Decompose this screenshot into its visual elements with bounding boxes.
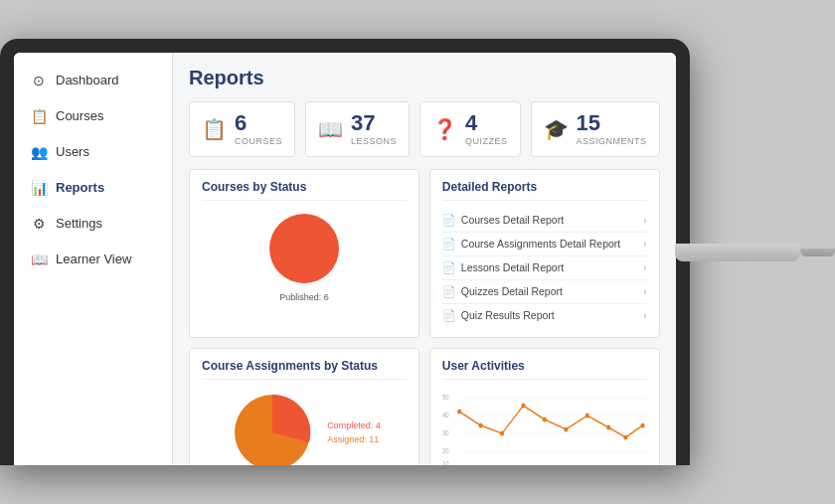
report-item-text-quizzes-detail: 📄Quizzes Detail Report: [442, 285, 563, 298]
published-label: Published: 6: [279, 292, 329, 302]
lessons-stat-icon: 📖: [318, 117, 343, 141]
sidebar-item-reports[interactable]: 📊Reports: [14, 170, 172, 206]
lessons-stat-info: 37 LESSONS: [351, 112, 397, 146]
stats-row: 📋 6 COURSES 📖 37 LESSONS ❓ 4 QUIZZES 🎓 1…: [189, 101, 660, 157]
top-panels: Courses by Status Published: 6 Detailed …: [189, 169, 660, 338]
reports-icon: 📊: [30, 179, 48, 197]
stat-card-lessons: 📖 37 LESSONS: [305, 101, 410, 157]
svg-point-17: [564, 426, 568, 431]
chevron-icon: ›: [643, 239, 646, 250]
svg-text:40: 40: [442, 411, 449, 419]
dashboard-icon: ⊙: [30, 72, 48, 89]
assignments-labels: Completed: 4 Assigned: 11: [327, 420, 381, 444]
courses-by-status-panel: Courses by Status Published: 6: [189, 169, 419, 338]
sidebar-label-reports: Reports: [56, 180, 104, 195]
activities-chart: 50 40 30 20 10: [442, 388, 647, 466]
courses-by-status-title: Courses by Status: [202, 180, 407, 201]
courses-status-pie: [264, 209, 344, 288]
sidebar-item-settings[interactable]: ⚙Settings: [14, 206, 172, 242]
svg-point-13: [478, 422, 482, 427]
assignments-stat-info: 15 ASSIGNMENTS: [577, 112, 647, 146]
report-item-text-quiz-results: 📄Quiz Results Report: [442, 309, 555, 322]
assignments-chart: Completed: 4 Assigned: 11: [202, 388, 407, 466]
sidebar-label-settings: Settings: [56, 216, 102, 231]
users-icon: 👥: [30, 143, 48, 161]
report-item-lessons-detail[interactable]: 📄Lessons Detail Report ›: [442, 256, 647, 280]
report-item-text-course-assignments-detail: 📄Course Assignments Detail Report: [442, 238, 621, 251]
main-content: Reports 📋 6 COURSES 📖 37 LESSONS ❓ 4 QUI…: [173, 53, 676, 466]
svg-point-19: [606, 424, 610, 429]
report-doc-icon: 📄: [442, 214, 456, 226]
completed-label: Completed: 4: [327, 420, 381, 430]
svg-point-16: [543, 417, 547, 421]
sidebar-label-users: Users: [56, 144, 89, 159]
sidebar-label-dashboard: Dashboard: [56, 73, 119, 87]
user-activities-panel: User Activities 50 40: [429, 348, 660, 466]
sidebar-label-learner-view: Learner View: [56, 252, 131, 266]
report-doc-icon: 📄: [442, 261, 456, 273]
quizzes-stat-number: 4: [465, 112, 508, 134]
report-item-quiz-results[interactable]: 📄Quiz Results Report ›: [442, 304, 647, 327]
courses-stat-number: 6: [235, 112, 282, 134]
chevron-icon: ›: [643, 215, 646, 226]
bottom-panels: Course Assignments by Status Completed: …: [189, 348, 660, 466]
stat-card-courses: 📋 6 COURSES: [189, 101, 295, 157]
settings-icon: ⚙: [30, 215, 48, 233]
assigned-label: Assigned: 11: [327, 434, 381, 444]
courses-stat-info: 6 COURSES: [235, 112, 282, 146]
user-activities-title: User Activities: [442, 359, 647, 380]
chevron-icon: ›: [643, 262, 646, 273]
course-assignments-panel: Course Assignments by Status Completed: …: [189, 348, 419, 466]
course-assignments-title: Course Assignments by Status: [202, 359, 407, 380]
chevron-icon: ›: [643, 286, 646, 297]
courses-stat-label: COURSES: [235, 136, 282, 146]
svg-point-20: [623, 434, 627, 439]
page-title: Reports: [189, 67, 660, 89]
report-item-quizzes-detail[interactable]: 📄Quizzes Detail Report ›: [442, 280, 647, 304]
report-item-courses-detail[interactable]: 📄Courses Detail Report ›: [442, 209, 647, 233]
sidebar-item-courses[interactable]: 📋Courses: [14, 98, 172, 134]
svg-text:50: 50: [442, 393, 449, 401]
quizzes-stat-icon: ❓: [432, 117, 457, 141]
report-doc-icon: 📄: [442, 238, 456, 250]
report-item-course-assignments-detail[interactable]: 📄Course Assignments Detail Report ›: [442, 233, 647, 256]
quizzes-stat-info: 4 QUIZZES: [465, 112, 508, 146]
chevron-icon: ›: [643, 310, 646, 321]
report-item-text-lessons-detail: 📄Lessons Detail Report: [442, 261, 564, 274]
sidebar-item-users[interactable]: 👥Users: [14, 134, 172, 170]
svg-point-0: [269, 214, 339, 283]
svg-point-14: [500, 430, 504, 435]
svg-point-15: [521, 403, 525, 408]
lessons-stat-label: LESSONS: [351, 136, 397, 146]
report-doc-icon: 📄: [442, 309, 456, 321]
learner-view-icon: 📖: [30, 251, 48, 268]
assignments-pie: [228, 388, 317, 466]
report-item-text-courses-detail: 📄Courses Detail Report: [442, 214, 564, 227]
assignments-stat-number: 15: [577, 112, 647, 134]
svg-text:20: 20: [442, 446, 449, 454]
report-list: 📄Courses Detail Report › 📄Course Assignm…: [442, 209, 647, 327]
activities-line-chart: 50 40 30 20 10: [442, 388, 647, 466]
report-doc-icon: 📄: [442, 285, 456, 297]
svg-text:30: 30: [442, 428, 449, 436]
stat-card-quizzes: ❓ 4 QUIZZES: [419, 101, 521, 157]
stat-card-assignments: 🎓 15 ASSIGNMENTS: [531, 101, 660, 157]
courses-by-status-chart: Published: 6: [202, 209, 407, 302]
lessons-stat-number: 37: [351, 112, 397, 134]
quizzes-stat-label: QUIZZES: [465, 136, 508, 146]
svg-point-18: [584, 413, 588, 418]
svg-point-12: [457, 409, 461, 414]
assignments-stat-icon: 🎓: [544, 117, 569, 141]
sidebar-label-courses: Courses: [56, 108, 103, 123]
svg-point-21: [640, 422, 644, 427]
svg-text:10: 10: [442, 459, 449, 465]
detailed-reports-title: Detailed Reports: [442, 180, 647, 201]
sidebar-item-dashboard[interactable]: ⊙Dashboard: [14, 63, 172, 98]
sidebar: ⊙Dashboard📋Courses👥Users📊Reports⚙Setting…: [14, 53, 173, 466]
detailed-reports-panel: Detailed Reports 📄Courses Detail Report …: [429, 169, 660, 338]
assignments-stat-label: ASSIGNMENTS: [577, 136, 647, 146]
courses-icon: 📋: [30, 107, 48, 125]
courses-stat-icon: 📋: [202, 117, 227, 141]
sidebar-item-learner-view[interactable]: 📖Learner View: [14, 242, 172, 277]
